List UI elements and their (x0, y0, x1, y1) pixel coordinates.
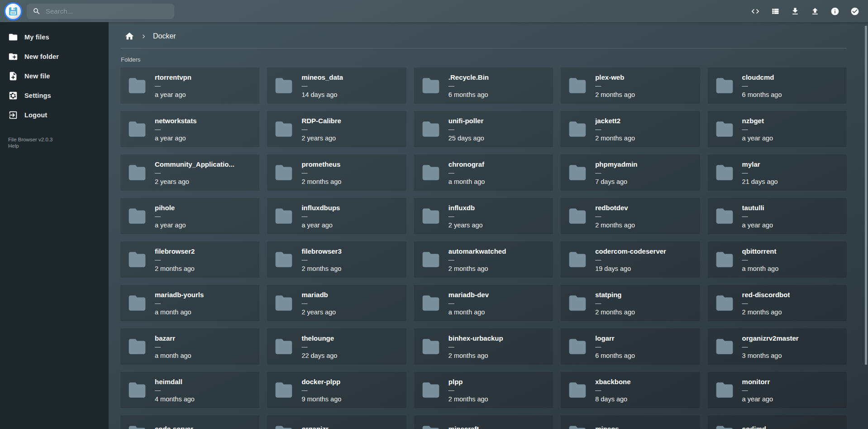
folder-card[interactable]: redbotdev — 2 months ago (561, 198, 700, 234)
breadcrumb-current[interactable]: Docker (153, 32, 176, 40)
folder-card[interactable]: xbackbone — 8 days ago (561, 372, 700, 408)
folder-card[interactable]: cloudcmd — 6 months ago (708, 67, 847, 104)
upload-button[interactable] (811, 7, 820, 16)
sidebar-item-new-file[interactable]: New file (0, 66, 109, 86)
sidebar-item-logout[interactable]: Logout (0, 105, 109, 125)
breadcrumb: Docker (124, 31, 847, 42)
switch-view-button[interactable] (771, 7, 780, 16)
folder-separator: — (301, 83, 343, 89)
folder-card[interactable]: bazarr — a month ago (120, 328, 259, 365)
folder-card[interactable]: rtorrentvpn — a year ago (120, 67, 259, 104)
folder-card[interactable]: phpmyadmin — 7 days ago (561, 154, 700, 191)
folder-icon (421, 74, 441, 97)
folder-name: cloudcmd (742, 73, 782, 81)
folder-card[interactable]: filebrowser3 — 2 months ago (267, 241, 406, 278)
help-link[interactable]: Help (8, 143, 109, 149)
folder-card-text: codimd — (742, 425, 766, 429)
folder-card[interactable]: monitorr — a year ago (708, 372, 847, 408)
download-icon (791, 7, 800, 16)
folder-card[interactable]: .Recycle.Bin — 6 months ago (414, 67, 553, 104)
folder-separator: — (742, 387, 773, 393)
folder-name: mineos (595, 425, 619, 429)
folder-card[interactable]: thelounge — 22 days ago (267, 328, 406, 365)
folder-card[interactable]: mineos_data — 14 days ago (267, 67, 406, 104)
folder-icon (274, 248, 294, 271)
folder-card[interactable]: logarr — 6 months ago (561, 328, 700, 365)
folder-card-text: codercom-codeserver — 19 days ago (595, 247, 666, 272)
folder-card[interactable]: mariadb-yourls — a month ago (120, 285, 259, 321)
folder-name: prometheus (301, 160, 341, 168)
folder-card[interactable]: codercom-codeserver — 19 days ago (561, 241, 700, 278)
folder-card[interactable]: code-server — (120, 415, 259, 429)
breadcrumb-home[interactable] (124, 31, 134, 41)
folder-card[interactable]: unifi-poller — 25 days ago (414, 111, 553, 147)
folder-separator: — (301, 126, 341, 132)
folder-card[interactable]: Community_Applicatio... — 2 years ago (120, 154, 259, 191)
folder-card[interactable]: RDP-Calibre — 2 years ago (267, 111, 406, 147)
folder-card[interactable]: organizrv2master — 3 months ago (708, 328, 847, 365)
folder-card-text: red-discordbot — 2 months ago (742, 291, 790, 316)
folder-card[interactable]: nzbget — a year ago (708, 111, 847, 147)
folder-card[interactable]: plex-web — 2 months ago (561, 67, 700, 104)
folder-card-text: docker-plpp — 9 months ago (301, 378, 341, 403)
folder-name: phpmyadmin (595, 160, 637, 168)
folder-time: 14 days ago (301, 91, 343, 98)
folder-card[interactable]: heimdall — 4 months ago (120, 372, 259, 408)
folder-icon (715, 379, 734, 401)
folder-card[interactable]: tautulli — a year ago (708, 198, 847, 234)
new-file-icon (8, 71, 18, 81)
folder-card-text: code-server — (155, 425, 193, 429)
folder-card-text: .Recycle.Bin — 6 months ago (448, 73, 489, 98)
search-bar[interactable] (27, 4, 174, 19)
info-button[interactable] (830, 7, 839, 16)
folder-name: chronograf (448, 160, 485, 168)
folder-icon (127, 379, 147, 401)
folder-time: 6 months ago (448, 91, 489, 98)
folder-card-text: heimdall — 4 months ago (155, 378, 195, 403)
folder-card[interactable]: mineos — (561, 415, 700, 429)
vertical-scrollbar-thumb[interactable] (865, 26, 867, 365)
sidebar-item-my-files[interactable]: My files (0, 27, 109, 47)
folder-card[interactable]: plpp — 2 months ago (414, 372, 553, 408)
folder-card[interactable]: mylar — 21 days ago (708, 154, 847, 191)
logout-icon (8, 110, 18, 120)
folder-card[interactable]: pihole — a year ago (120, 198, 259, 234)
folder-card[interactable]: mariadb — 2 years ago (267, 285, 406, 321)
folder-card-text: organizrv2master — 3 months ago (742, 334, 799, 359)
folder-card[interactable]: binhex-urbackup — 2 months ago (414, 328, 553, 365)
folder-card[interactable]: chronograf — a month ago (414, 154, 553, 191)
folder-separator: — (155, 257, 195, 263)
download-button[interactable] (791, 7, 800, 16)
folder-card[interactable]: jackett2 — 2 months ago (561, 111, 700, 147)
folder-card[interactable]: prometheus — 2 months ago (267, 154, 406, 191)
folder-separator: — (155, 344, 191, 350)
folder-separator: — (301, 170, 341, 176)
folder-card[interactable]: influxdb — 2 years ago (414, 198, 553, 234)
folder-card[interactable]: mariadb-dev — a month ago (414, 285, 553, 321)
folder-card[interactable]: qbittorrent — a month ago (708, 241, 847, 278)
folder-card[interactable]: statping — 2 months ago (561, 285, 700, 321)
folder-card-text: prometheus — 2 months ago (301, 160, 341, 185)
folder-card[interactable]: docker-plpp — 9 months ago (267, 372, 406, 408)
select-multiple-button[interactable] (850, 7, 859, 16)
folder-card[interactable]: automarkwatched — 2 months ago (414, 241, 553, 278)
folder-name: redbotdev (595, 204, 635, 212)
folder-card[interactable]: filebrowser2 — 2 months ago (120, 241, 259, 278)
search-input[interactable] (46, 7, 168, 15)
folder-card[interactable]: networkstats — a year ago (120, 111, 259, 147)
app-logo[interactable] (4, 2, 22, 20)
folder-separator: — (742, 213, 773, 219)
toggle-shell-button[interactable] (751, 7, 760, 16)
folder-card[interactable]: organizr — (267, 415, 406, 429)
folder-time: a year ago (742, 395, 773, 403)
folder-card-text: xbackbone — 8 days ago (595, 378, 630, 403)
folder-card[interactable]: minecraft — (414, 415, 553, 429)
sidebar-item-settings[interactable]: Settings (0, 86, 109, 105)
folder-card[interactable]: influxdbups — a year ago (267, 198, 406, 234)
folder-card[interactable]: red-discordbot — 2 months ago (708, 285, 847, 321)
folder-card-text: mineos — (595, 425, 619, 429)
folder-name: tautulli (742, 204, 773, 212)
folder-icon (568, 161, 587, 184)
folder-card[interactable]: codimd — (708, 415, 847, 429)
sidebar-item-new-folder[interactable]: New folder (0, 47, 109, 66)
